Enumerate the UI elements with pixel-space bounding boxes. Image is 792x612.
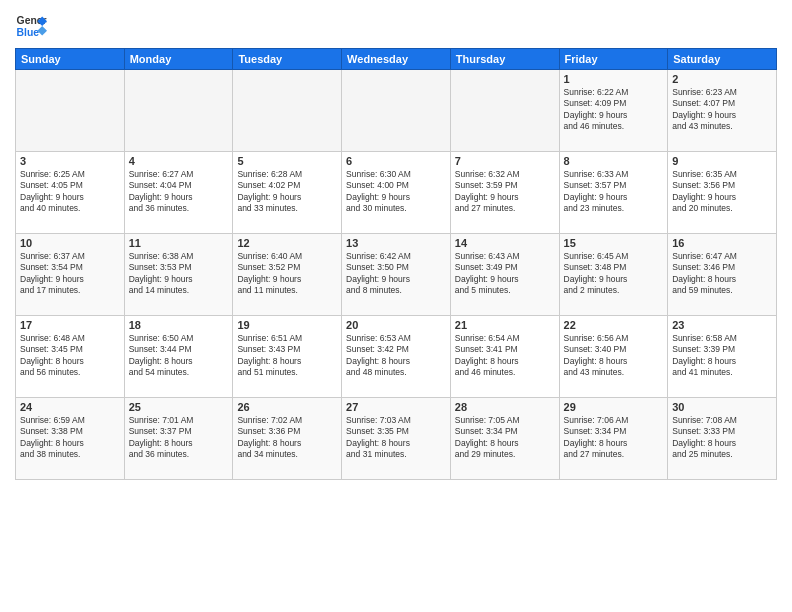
day-info: Sunrise: 7:05 AM Sunset: 3:34 PM Dayligh… — [455, 415, 555, 461]
calendar-day-cell: 9Sunrise: 6:35 AM Sunset: 3:56 PM Daylig… — [668, 152, 777, 234]
calendar-day-cell: 17Sunrise: 6:48 AM Sunset: 3:45 PM Dayli… — [16, 316, 125, 398]
day-number: 2 — [672, 73, 772, 85]
calendar-day-cell — [16, 70, 125, 152]
day-info: Sunrise: 6:42 AM Sunset: 3:50 PM Dayligh… — [346, 251, 446, 297]
day-info: Sunrise: 7:06 AM Sunset: 3:34 PM Dayligh… — [564, 415, 664, 461]
calendar-day-header: Friday — [559, 49, 668, 70]
day-info: Sunrise: 6:43 AM Sunset: 3:49 PM Dayligh… — [455, 251, 555, 297]
day-info: Sunrise: 7:02 AM Sunset: 3:36 PM Dayligh… — [237, 415, 337, 461]
calendar-week-row: 17Sunrise: 6:48 AM Sunset: 3:45 PM Dayli… — [16, 316, 777, 398]
day-number: 15 — [564, 237, 664, 249]
day-number: 1 — [564, 73, 664, 85]
day-info: Sunrise: 6:47 AM Sunset: 3:46 PM Dayligh… — [672, 251, 772, 297]
day-number: 17 — [20, 319, 120, 331]
day-info: Sunrise: 7:08 AM Sunset: 3:33 PM Dayligh… — [672, 415, 772, 461]
day-number: 8 — [564, 155, 664, 167]
calendar-week-row: 10Sunrise: 6:37 AM Sunset: 3:54 PM Dayli… — [16, 234, 777, 316]
calendar-day-cell: 23Sunrise: 6:58 AM Sunset: 3:39 PM Dayli… — [668, 316, 777, 398]
day-number: 5 — [237, 155, 337, 167]
day-info: Sunrise: 6:35 AM Sunset: 3:56 PM Dayligh… — [672, 169, 772, 215]
day-info: Sunrise: 6:33 AM Sunset: 3:57 PM Dayligh… — [564, 169, 664, 215]
calendar-day-cell: 16Sunrise: 6:47 AM Sunset: 3:46 PM Dayli… — [668, 234, 777, 316]
day-info: Sunrise: 6:58 AM Sunset: 3:39 PM Dayligh… — [672, 333, 772, 379]
day-info: Sunrise: 6:50 AM Sunset: 3:44 PM Dayligh… — [129, 333, 229, 379]
calendar-day-cell: 5Sunrise: 6:28 AM Sunset: 4:02 PM Daylig… — [233, 152, 342, 234]
calendar-week-row: 1Sunrise: 6:22 AM Sunset: 4:09 PM Daylig… — [16, 70, 777, 152]
day-number: 16 — [672, 237, 772, 249]
day-number: 21 — [455, 319, 555, 331]
calendar-day-cell: 29Sunrise: 7:06 AM Sunset: 3:34 PM Dayli… — [559, 398, 668, 480]
calendar-day-cell: 27Sunrise: 7:03 AM Sunset: 3:35 PM Dayli… — [342, 398, 451, 480]
day-info: Sunrise: 6:28 AM Sunset: 4:02 PM Dayligh… — [237, 169, 337, 215]
calendar-day-header: Tuesday — [233, 49, 342, 70]
day-number: 25 — [129, 401, 229, 413]
day-info: Sunrise: 6:32 AM Sunset: 3:59 PM Dayligh… — [455, 169, 555, 215]
calendar-week-row: 24Sunrise: 6:59 AM Sunset: 3:38 PM Dayli… — [16, 398, 777, 480]
day-info: Sunrise: 6:22 AM Sunset: 4:09 PM Dayligh… — [564, 87, 664, 133]
day-number: 23 — [672, 319, 772, 331]
day-info: Sunrise: 6:56 AM Sunset: 3:40 PM Dayligh… — [564, 333, 664, 379]
day-number: 22 — [564, 319, 664, 331]
day-number: 20 — [346, 319, 446, 331]
day-number: 7 — [455, 155, 555, 167]
calendar-day-cell: 20Sunrise: 6:53 AM Sunset: 3:42 PM Dayli… — [342, 316, 451, 398]
calendar-day-cell — [450, 70, 559, 152]
calendar-day-cell: 6Sunrise: 6:30 AM Sunset: 4:00 PM Daylig… — [342, 152, 451, 234]
calendar-day-cell: 1Sunrise: 6:22 AM Sunset: 4:09 PM Daylig… — [559, 70, 668, 152]
day-info: Sunrise: 6:45 AM Sunset: 3:48 PM Dayligh… — [564, 251, 664, 297]
calendar-day-cell: 19Sunrise: 6:51 AM Sunset: 3:43 PM Dayli… — [233, 316, 342, 398]
calendar-day-cell: 15Sunrise: 6:45 AM Sunset: 3:48 PM Dayli… — [559, 234, 668, 316]
day-number: 9 — [672, 155, 772, 167]
calendar-day-cell: 18Sunrise: 6:50 AM Sunset: 3:44 PM Dayli… — [124, 316, 233, 398]
day-number: 18 — [129, 319, 229, 331]
calendar-day-cell: 13Sunrise: 6:42 AM Sunset: 3:50 PM Dayli… — [342, 234, 451, 316]
calendar-day-cell: 7Sunrise: 6:32 AM Sunset: 3:59 PM Daylig… — [450, 152, 559, 234]
calendar-day-header: Thursday — [450, 49, 559, 70]
day-info: Sunrise: 6:37 AM Sunset: 3:54 PM Dayligh… — [20, 251, 120, 297]
calendar-day-cell: 22Sunrise: 6:56 AM Sunset: 3:40 PM Dayli… — [559, 316, 668, 398]
calendar-day-cell — [124, 70, 233, 152]
calendar-day-cell: 12Sunrise: 6:40 AM Sunset: 3:52 PM Dayli… — [233, 234, 342, 316]
day-number: 14 — [455, 237, 555, 249]
svg-text:Blue: Blue — [17, 27, 40, 38]
day-info: Sunrise: 6:59 AM Sunset: 3:38 PM Dayligh… — [20, 415, 120, 461]
calendar-day-cell: 3Sunrise: 6:25 AM Sunset: 4:05 PM Daylig… — [16, 152, 125, 234]
calendar-day-header: Wednesday — [342, 49, 451, 70]
day-info: Sunrise: 6:23 AM Sunset: 4:07 PM Dayligh… — [672, 87, 772, 133]
calendar-day-cell: 4Sunrise: 6:27 AM Sunset: 4:04 PM Daylig… — [124, 152, 233, 234]
calendar-day-cell: 30Sunrise: 7:08 AM Sunset: 3:33 PM Dayli… — [668, 398, 777, 480]
calendar-day-cell: 21Sunrise: 6:54 AM Sunset: 3:41 PM Dayli… — [450, 316, 559, 398]
calendar-day-cell: 11Sunrise: 6:38 AM Sunset: 3:53 PM Dayli… — [124, 234, 233, 316]
day-number: 26 — [237, 401, 337, 413]
calendar-day-cell: 26Sunrise: 7:02 AM Sunset: 3:36 PM Dayli… — [233, 398, 342, 480]
day-info: Sunrise: 6:51 AM Sunset: 3:43 PM Dayligh… — [237, 333, 337, 379]
calendar-day-cell — [342, 70, 451, 152]
day-number: 12 — [237, 237, 337, 249]
day-number: 6 — [346, 155, 446, 167]
day-number: 10 — [20, 237, 120, 249]
day-number: 28 — [455, 401, 555, 413]
day-number: 29 — [564, 401, 664, 413]
logo: General Blue — [15, 10, 47, 42]
day-number: 24 — [20, 401, 120, 413]
day-info: Sunrise: 6:30 AM Sunset: 4:00 PM Dayligh… — [346, 169, 446, 215]
calendar-week-row: 3Sunrise: 6:25 AM Sunset: 4:05 PM Daylig… — [16, 152, 777, 234]
calendar-day-cell: 28Sunrise: 7:05 AM Sunset: 3:34 PM Dayli… — [450, 398, 559, 480]
calendar-table: SundayMondayTuesdayWednesdayThursdayFrid… — [15, 48, 777, 480]
day-number: 30 — [672, 401, 772, 413]
calendar-day-cell: 25Sunrise: 7:01 AM Sunset: 3:37 PM Dayli… — [124, 398, 233, 480]
calendar-day-header: Sunday — [16, 49, 125, 70]
calendar-day-cell: 24Sunrise: 6:59 AM Sunset: 3:38 PM Dayli… — [16, 398, 125, 480]
day-info: Sunrise: 7:01 AM Sunset: 3:37 PM Dayligh… — [129, 415, 229, 461]
logo-icon: General Blue — [15, 10, 47, 42]
day-info: Sunrise: 6:25 AM Sunset: 4:05 PM Dayligh… — [20, 169, 120, 215]
calendar-header-row: SundayMondayTuesdayWednesdayThursdayFrid… — [16, 49, 777, 70]
day-number: 3 — [20, 155, 120, 167]
day-number: 11 — [129, 237, 229, 249]
day-number: 4 — [129, 155, 229, 167]
calendar-day-cell: 10Sunrise: 6:37 AM Sunset: 3:54 PM Dayli… — [16, 234, 125, 316]
day-info: Sunrise: 6:54 AM Sunset: 3:41 PM Dayligh… — [455, 333, 555, 379]
calendar-day-cell: 8Sunrise: 6:33 AM Sunset: 3:57 PM Daylig… — [559, 152, 668, 234]
day-info: Sunrise: 6:48 AM Sunset: 3:45 PM Dayligh… — [20, 333, 120, 379]
day-info: Sunrise: 6:38 AM Sunset: 3:53 PM Dayligh… — [129, 251, 229, 297]
